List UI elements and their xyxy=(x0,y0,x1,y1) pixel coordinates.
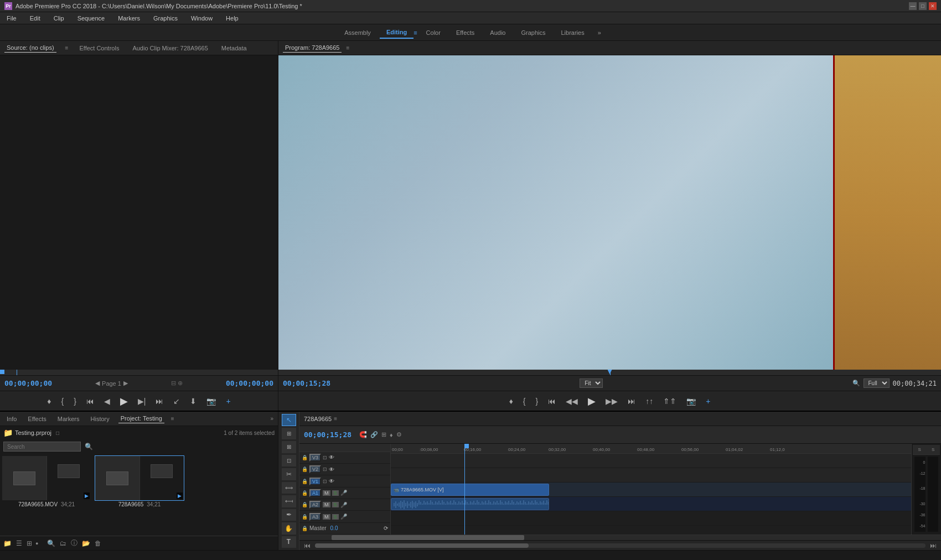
program-full-dropdown[interactable]: Full xyxy=(864,378,890,388)
tab-editing[interactable]: Editing xyxy=(380,27,413,39)
timeline-linked-btn[interactable]: 🔗 xyxy=(370,431,378,438)
track-a1-name-btn[interactable]: A1 xyxy=(309,489,321,497)
timeline-current-time[interactable]: 00;00;15;28 xyxy=(304,431,351,439)
menu-edit[interactable]: Edit xyxy=(28,14,43,23)
track-v3-collapse[interactable]: ⊡ xyxy=(323,455,327,460)
track-a2-lock[interactable]: 🔒 xyxy=(302,502,308,507)
source-timeline-bar[interactable] xyxy=(0,370,278,375)
track-a3-solo[interactable]: S xyxy=(332,514,339,520)
source-btn-step-back[interactable]: ◀ xyxy=(101,395,113,407)
source-timecode-start[interactable]: 00;00;00;00 xyxy=(4,379,52,387)
timeline-go-start[interactable]: ⏮ xyxy=(304,542,311,549)
program-fit-dropdown[interactable]: Fit xyxy=(580,378,603,388)
menu-clip[interactable]: Clip xyxy=(51,14,66,23)
tab-libraries[interactable]: Libraries xyxy=(554,27,591,38)
source-tab-menu[interactable]: ≡ xyxy=(65,45,69,51)
menu-file[interactable]: File xyxy=(4,14,19,23)
tl-sequence-name[interactable]: 728A9665 ≡ xyxy=(304,416,337,422)
project-tab-menu[interactable]: ≡ xyxy=(171,416,174,422)
track-v3-eye[interactable]: 👁 xyxy=(329,454,334,460)
program-timeline-bar[interactable] xyxy=(278,370,941,375)
tab-effects[interactable]: Effects xyxy=(25,414,48,423)
track-v1-name-btn[interactable]: V1 xyxy=(309,478,321,485)
track-area-a2[interactable] xyxy=(391,511,911,526)
source-btn-add[interactable]: + xyxy=(223,395,233,407)
tool-razor[interactable]: ✂ xyxy=(282,468,296,480)
track-area-v2[interactable] xyxy=(391,468,911,483)
source-btn-snapshot[interactable]: 📷 xyxy=(204,395,219,407)
track-a2-solo[interactable]: S xyxy=(332,502,339,507)
tab-program[interactable]: Program: 728A9665 xyxy=(283,43,342,53)
tab-history[interactable]: History xyxy=(89,414,112,423)
track-a3-name-btn[interactable]: A3 xyxy=(309,513,321,521)
program-tab-menu[interactable]: ≡ xyxy=(346,45,349,51)
track-a1-mute[interactable]: M xyxy=(323,490,330,496)
source-btn-in[interactable]: { xyxy=(58,395,66,407)
track-v3-lock[interactable]: 🔒 xyxy=(302,455,308,460)
source-btn-out[interactable]: } xyxy=(71,395,79,407)
tool-ripple-edit[interactable]: ⊠ xyxy=(282,441,296,453)
menu-graphics[interactable]: Graphics xyxy=(151,14,180,23)
clip-v1-728[interactable]: 📹 728A9665.MOV [V] xyxy=(391,484,549,496)
track-area-a1[interactable] xyxy=(391,497,911,511)
tab-assembly[interactable]: Assembly xyxy=(338,27,378,38)
program-btn-marker[interactable]: ♦ xyxy=(506,395,516,407)
program-btn-step-fwd[interactable]: ▶▶ xyxy=(603,395,621,407)
project-info-btn[interactable]: ⓘ xyxy=(70,537,79,549)
track-a3-mute[interactable]: M xyxy=(323,514,330,520)
minimize-button[interactable]: — xyxy=(909,2,917,10)
menu-sequence[interactable]: Sequence xyxy=(75,14,107,23)
timeline-settings-btn[interactable]: ⚙ xyxy=(396,431,402,438)
track-v2-name-btn[interactable]: V2 xyxy=(309,465,321,473)
source-btn-go-out[interactable]: ⏭ xyxy=(153,395,166,407)
track-a1-solo[interactable]: S xyxy=(332,490,339,496)
track-v1-eye[interactable]: 👁 xyxy=(329,478,334,484)
tool-slide[interactable]: ⟻ xyxy=(282,495,296,507)
source-btn-go-in[interactable]: ⏮ xyxy=(84,395,97,407)
clip-a1-728[interactable] xyxy=(391,498,549,510)
track-v3-name-btn[interactable]: V3 xyxy=(309,454,321,462)
menu-help[interactable]: Help xyxy=(224,14,241,23)
source-btn-step-fwd[interactable]: ▶| xyxy=(135,395,149,407)
source-page-prev[interactable]: ◀ xyxy=(95,380,100,387)
track-a3-lock[interactable]: 🔒 xyxy=(302,514,308,520)
timeline-zoom-bar[interactable] xyxy=(315,543,926,548)
tool-slip[interactable]: ⟺ xyxy=(282,482,296,494)
track-a2-mute[interactable]: M xyxy=(323,502,330,507)
tool-type[interactable]: T xyxy=(282,536,296,548)
program-btn-step-back[interactable]: ◀◀ xyxy=(563,395,581,407)
track-a3-mic[interactable]: 🎤 xyxy=(340,514,347,520)
tab-effect-controls[interactable]: Effect Controls xyxy=(77,44,121,53)
program-timecode[interactable]: 00;00;15;28 xyxy=(283,379,330,387)
track-v1-lock[interactable]: 🔒 xyxy=(302,479,308,484)
track-area-v3[interactable] xyxy=(391,454,911,468)
project-search-btn[interactable]: 🔍 xyxy=(46,538,56,548)
source-page-next[interactable]: ▶ xyxy=(123,380,128,387)
track-v2-collapse[interactable]: ⊡ xyxy=(323,466,327,472)
tool-track-select[interactable]: ⊞ xyxy=(282,428,296,440)
track-master-loop[interactable]: ⟳ xyxy=(384,525,388,531)
close-button[interactable]: ✕ xyxy=(929,2,937,10)
source-btn-insert[interactable]: ↙ xyxy=(170,395,183,407)
tab-graphics[interactable]: Graphics xyxy=(514,27,552,38)
program-btn-go-in[interactable]: ⏮ xyxy=(545,395,559,407)
track-area-v1[interactable]: 📹 728A9665.MOV [V] xyxy=(391,483,911,497)
timeline-go-end[interactable]: ⏭ xyxy=(930,542,937,549)
project-search-icon[interactable]: 🔍 xyxy=(85,443,93,450)
track-v2-eye[interactable]: 👁 xyxy=(329,466,334,473)
source-btn-play[interactable]: ▶ xyxy=(117,393,131,409)
menu-window[interactable]: Window xyxy=(189,14,215,23)
timeline-scrollbar[interactable] xyxy=(299,535,941,540)
source-view-controls[interactable]: ⊟ ⊕ xyxy=(171,380,183,387)
timeline-scrollbar-thumb[interactable] xyxy=(332,535,524,540)
track-a2-name-btn[interactable]: A2 xyxy=(309,501,321,509)
project-list-view-btn[interactable]: ☰ xyxy=(15,538,23,548)
tab-info[interactable]: Info xyxy=(4,414,19,423)
project-item-0[interactable]: ▶ 728A9665.MOV 34;21 xyxy=(2,456,91,507)
track-v1-collapse[interactable]: ⊡ xyxy=(323,479,327,484)
program-btn-lift[interactable]: ↑↑ xyxy=(643,395,656,407)
timeline-ruler[interactable]: 00;00 :00;08,00 00;16,00 00;24,00 00;32,… xyxy=(391,444,911,454)
source-btn-overwrite[interactable]: ⬇ xyxy=(187,395,199,407)
project-item-1[interactable]: ▶ 728A9665 34;21 xyxy=(95,456,184,507)
timeline-marker-btn[interactable]: ♦ xyxy=(390,432,393,438)
